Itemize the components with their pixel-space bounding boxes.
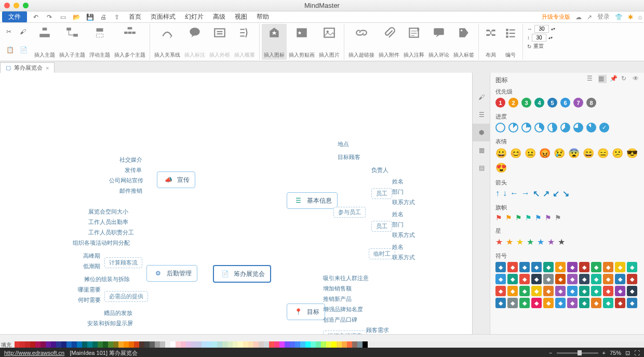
redo-icon[interactable]: ↷	[45, 13, 54, 21]
paste-icon[interactable]: 📄	[20, 46, 29, 56]
color-swatch[interactable]	[227, 341, 233, 348]
color-swatch[interactable]	[326, 341, 331, 348]
color-swatch[interactable]	[253, 341, 259, 348]
new-icon[interactable]: ▭	[58, 13, 68, 21]
color-swatch[interactable]	[269, 341, 274, 348]
color-swatch[interactable]	[61, 341, 66, 348]
leaf[interactable]: 哪里需要	[78, 286, 101, 294]
fit-icon[interactable]: ⊡	[625, 350, 630, 356]
leaf[interactable]: 负责人	[371, 166, 388, 174]
color-swatch[interactable]	[124, 341, 129, 348]
side-tab-brush[interactable]: 🖌	[473, 88, 490, 106]
menu-home[interactable]: 首页	[129, 12, 141, 21]
leaf[interactable]: 工作人员出勤率	[88, 218, 128, 226]
refresh-icon[interactable]: ↻	[621, 75, 629, 83]
flag-icon[interactable]: ⚑	[555, 214, 561, 222]
insert-comment-button[interactable]: 插入评论	[426, 24, 451, 60]
symbol-item[interactable]: ◆	[615, 298, 625, 308]
arrow-icon[interactable]: ←	[510, 189, 518, 199]
color-swatch[interactable]	[15, 341, 20, 348]
arrow-icon[interactable]: ↑	[495, 189, 500, 199]
color-swatch[interactable]	[176, 341, 181, 348]
color-swatch[interactable]	[165, 341, 170, 348]
insert-summary-button[interactable]: 插入概要	[232, 24, 260, 60]
leaf[interactable]: 顾客需求	[366, 326, 389, 334]
node-logistics[interactable]: ⚙后勤管理	[146, 265, 197, 282]
color-swatch[interactable]	[259, 341, 264, 348]
save-icon[interactable]: 💾	[85, 13, 95, 21]
symbol-item[interactable]: ◆	[579, 262, 589, 272]
color-swatch[interactable]	[202, 341, 207, 348]
maximize-window[interactable]	[23, 3, 29, 8]
progress-1[interactable]	[508, 123, 518, 133]
color-swatch[interactable]	[118, 341, 124, 348]
symbol-item[interactable]: ◆	[567, 274, 578, 284]
cloud-icon[interactable]: ☁	[575, 14, 582, 21]
symbol-item[interactable]: ◆	[591, 286, 601, 296]
node-temp[interactable]: 临时工	[369, 248, 395, 259]
color-swatch[interactable]	[347, 341, 352, 348]
color-swatch[interactable]	[357, 341, 363, 348]
color-swatch[interactable]	[82, 341, 87, 348]
color-swatch[interactable]	[41, 341, 46, 348]
leaf[interactable]: 增强品牌知名度	[323, 306, 363, 313]
progress-4[interactable]	[547, 123, 557, 133]
star-icon[interactable]: ★	[495, 237, 503, 247]
emoji-item[interactable]: 😕	[612, 148, 623, 159]
document-tab[interactable]: ▢ 筹办展览会 ×	[0, 62, 55, 73]
insert-subtopic-button[interactable]: 插入子主题	[57, 24, 87, 60]
symbol-item[interactable]: ◆	[543, 274, 554, 284]
symbol-item[interactable]: ◆	[531, 262, 542, 272]
symbol-item[interactable]: ◆	[495, 286, 506, 296]
symbol-item[interactable]: ◆	[627, 298, 637, 308]
color-swatch[interactable]	[337, 341, 342, 348]
leaf[interactable]: 地点	[338, 140, 349, 148]
color-swatch[interactable]	[77, 341, 82, 348]
color-swatch[interactable]	[186, 341, 191, 348]
color-swatch[interactable]	[321, 341, 326, 348]
color-swatch[interactable]	[352, 341, 357, 348]
leaf[interactable]: 部门	[392, 188, 404, 196]
star-icon[interactable]: ★	[547, 237, 555, 247]
leaf[interactable]: 联系方式	[392, 199, 415, 206]
color-swatch[interactable]	[243, 341, 248, 348]
share-icon[interactable]: ↗	[587, 14, 592, 21]
progress-5[interactable]	[560, 123, 570, 133]
symbol-item[interactable]: ◆	[519, 274, 530, 284]
node-promo[interactable]: 📣宣传	[157, 171, 195, 188]
list-view-icon[interactable]: ☰	[587, 75, 595, 83]
color-swatch[interactable]	[20, 341, 25, 348]
node-goal[interactable]: 📍目标	[287, 303, 325, 320]
reset-icon[interactable]: ↻	[527, 44, 531, 49]
symbol-item[interactable]: ◆	[579, 286, 589, 296]
emoji-item[interactable]: 😑	[597, 148, 609, 159]
color-swatch[interactable]	[196, 341, 202, 348]
color-swatch[interactable]	[274, 341, 279, 348]
emoji-item[interactable]: 😎	[626, 148, 638, 159]
color-swatch[interactable]	[342, 341, 347, 348]
canvas[interactable]: 📄筹办展览会 ⚙后勤管理 📣宣传 社交媒介 发传单 公司网站宣传 邮件推销 展览…	[0, 73, 473, 334]
color-swatch[interactable]	[108, 341, 113, 348]
flag-icon[interactable]: ⚑	[525, 214, 532, 222]
puzzle-icon[interactable]: ✱	[628, 14, 633, 21]
symbol-item[interactable]: ◆	[555, 274, 566, 284]
insert-icon-button[interactable]: 插入图标	[262, 24, 287, 60]
menu-slides[interactable]: 幻灯片	[185, 12, 204, 21]
home-icon[interactable]: ⌂	[638, 14, 642, 21]
color-swatch[interactable]	[233, 341, 238, 348]
priority-3[interactable]: 3	[521, 98, 531, 108]
star-icon[interactable]: ★	[527, 237, 534, 247]
color-swatch[interactable]	[316, 341, 321, 348]
priority-6[interactable]: 6	[560, 98, 570, 108]
color-swatch[interactable]	[25, 341, 30, 348]
symbol-item[interactable]: ◆	[567, 298, 578, 308]
symbol-item[interactable]: ◆	[531, 274, 542, 284]
color-swatch[interactable]	[207, 341, 212, 348]
login-link[interactable]: 登录	[597, 12, 610, 21]
side-tab-list[interactable]: ☰	[473, 106, 490, 124]
open-icon[interactable]: 📂	[72, 13, 81, 21]
zoom-slider[interactable]	[557, 352, 598, 354]
progress-6[interactable]	[573, 123, 583, 133]
flag-icon[interactable]: ⚑	[495, 214, 502, 222]
color-swatch[interactable]	[331, 341, 337, 348]
